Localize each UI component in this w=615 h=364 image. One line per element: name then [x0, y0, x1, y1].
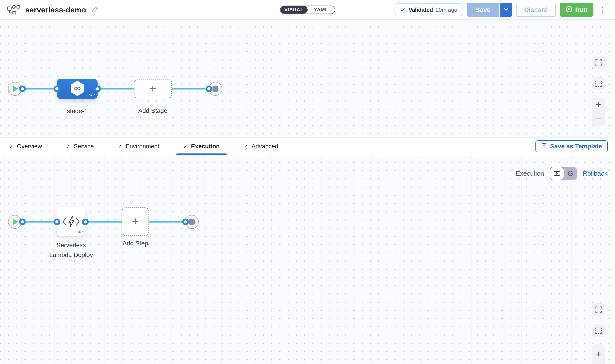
- validated-label: Validated: [409, 7, 433, 13]
- tab-overview[interactable]: ✓ Overview: [9, 138, 42, 155]
- validated-check-icon: ✓: [400, 6, 406, 14]
- kebab-menu-icon[interactable]: ⋮: [597, 6, 608, 14]
- zoom-control: + −: [592, 344, 605, 364]
- zoom-control: + −: [592, 97, 605, 126]
- marquee-icon: [595, 81, 602, 87]
- add-stage-label: Add Stage: [134, 107, 172, 114]
- check-icon: ✓: [183, 143, 187, 149]
- start-play-icon: [13, 86, 18, 92]
- stage-code-icon[interactable]: </>: [89, 92, 95, 97]
- stage-label: stage-1: [55, 107, 100, 115]
- chevron-down-icon: [504, 8, 508, 12]
- pipeline-tabbar: ✓ Overview ✓ Service ✓ Environment ✓ Exe…: [0, 137, 615, 155]
- start-play-icon: [13, 219, 18, 225]
- svg-text:∞: ∞: [73, 83, 81, 93]
- step-label: Serverless Lambda Deploy: [44, 240, 99, 260]
- tab-advanced[interactable]: ✓ Advanced: [243, 138, 279, 155]
- step-label-line2: Lambda Deploy: [44, 250, 99, 260]
- save-button[interactable]: Save: [467, 3, 499, 17]
- check-icon: ✓: [66, 143, 70, 149]
- connector-port: [53, 86, 60, 92]
- rollback-view-button[interactable]: [564, 167, 577, 180]
- run-label: Run: [575, 6, 588, 13]
- fullscreen-button[interactable]: [592, 303, 605, 316]
- add-step-button[interactable]: +: [121, 208, 149, 236]
- visual-yaml-toggle: VISUAL YAML: [280, 6, 335, 14]
- save-split-button: Save: [467, 3, 512, 17]
- save-dropdown-button[interactable]: [500, 3, 512, 17]
- scrollbar-gutter[interactable]: [612, 20, 615, 364]
- pipeline-graph-icon: [7, 4, 20, 15]
- connector-port: [94, 86, 101, 92]
- connector-port: [182, 219, 189, 225]
- top-toolbar: serverless-demo VISUAL YAML ✓ Validated …: [0, 0, 615, 20]
- discard-button[interactable]: Discard: [516, 3, 556, 17]
- validated-badge[interactable]: ✓ Validated 20m ago: [395, 3, 463, 16]
- page-title: serverless-demo: [25, 6, 86, 14]
- add-stage-button[interactable]: +: [134, 79, 172, 98]
- run-button[interactable]: Run: [560, 3, 593, 17]
- serverless-hexagon-icon: ∞: [70, 81, 84, 97]
- stage-canvas[interactable]: ∞ </> + stage-1 Add Stage + −: [0, 20, 615, 137]
- step-node-serverless-lambda-deploy[interactable]: </>: [57, 208, 85, 236]
- validated-time: 20m ago: [436, 7, 457, 13]
- step-code-icon[interactable]: </>: [77, 229, 83, 234]
- edit-pencil-icon[interactable]: [91, 5, 99, 14]
- check-icon: ✓: [9, 143, 13, 149]
- toggle-yaml[interactable]: YAML: [308, 6, 335, 13]
- connector-port: [206, 86, 212, 92]
- stage-node-stage-1[interactable]: ∞ </>: [57, 79, 98, 99]
- marquee-select-button[interactable]: [592, 324, 605, 337]
- stage-connector-line: [15, 88, 215, 90]
- check-icon: ✓: [118, 143, 122, 149]
- run-play-icon: [565, 6, 573, 14]
- tab-environment[interactable]: ✓ Environment: [117, 138, 160, 155]
- zoom-in-button[interactable]: +: [596, 349, 602, 359]
- connector-port: [53, 219, 60, 225]
- lambda-bolt-icon: [67, 216, 75, 228]
- stop-square-icon: [189, 219, 195, 225]
- tab-label: Advanced: [252, 143, 278, 150]
- toggle-visual[interactable]: VISUAL: [281, 6, 308, 13]
- stop-square-icon: [213, 86, 218, 92]
- connector-port: [19, 86, 26, 92]
- zoom-in-button[interactable]: +: [596, 100, 602, 109]
- tabs: ✓ Overview ✓ Service ✓ Environment ✓ Exe…: [9, 138, 279, 155]
- marquee-icon: [595, 328, 602, 334]
- rollback-link[interactable]: Rollback: [583, 170, 607, 177]
- tab-service[interactable]: ✓ Service: [66, 138, 94, 155]
- step-label-line1: Serverless: [44, 240, 99, 250]
- check-icon: ✓: [244, 143, 248, 149]
- tab-label: Environment: [126, 143, 159, 150]
- zoom-out-button[interactable]: −: [596, 114, 602, 124]
- tab-label: Execution: [191, 143, 220, 150]
- marquee-select-button[interactable]: [592, 77, 605, 90]
- angle-right-icon: [76, 217, 80, 226]
- execution-canvas[interactable]: Execution Rollback </> +: [0, 155, 615, 364]
- step-connector-line: [15, 221, 192, 222]
- connector-port: [19, 219, 26, 225]
- execution-mode-row: Execution Rollback: [516, 167, 607, 180]
- fullscreen-button[interactable]: [592, 56, 605, 69]
- execution-view-button[interactable]: [550, 167, 564, 180]
- save-as-template-button[interactable]: Save as Template: [535, 140, 608, 152]
- execution-rollback-toggle: [550, 167, 577, 180]
- tab-label: Service: [74, 143, 94, 150]
- tab-execution[interactable]: ✓ Execution: [183, 138, 220, 155]
- tab-label: Overview: [17, 143, 42, 150]
- connector-port: [82, 219, 89, 225]
- upload-icon: [541, 143, 547, 150]
- angle-left-icon: [63, 217, 66, 226]
- add-step-label: Add Step: [117, 240, 154, 247]
- save-as-template-label: Save as Template: [550, 143, 602, 150]
- execution-mode-label: Execution: [516, 170, 544, 177]
